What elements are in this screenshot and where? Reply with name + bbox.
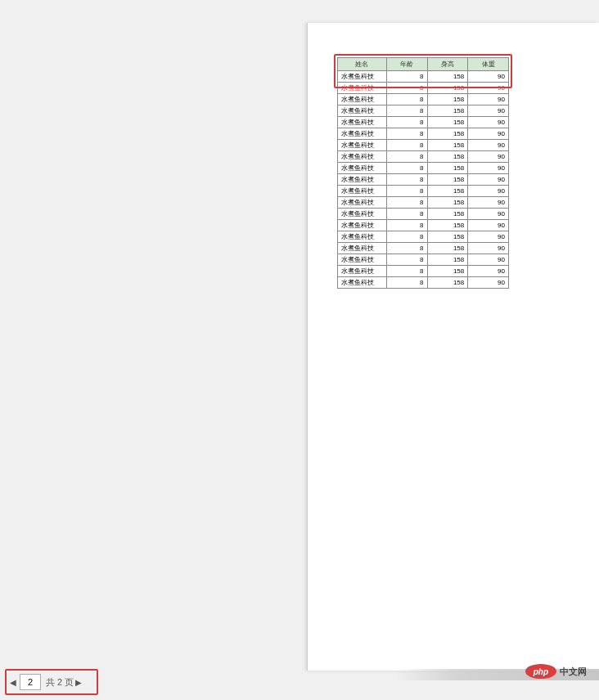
cell-weight: 90 <box>468 94 509 105</box>
cell-age: 8 <box>386 151 427 163</box>
table-row: 水煮鱼科技815890 <box>338 231 509 243</box>
cell-age: 8 <box>386 83 427 94</box>
cell-age: 8 <box>386 209 427 220</box>
page-total-label: 共 2 页 <box>46 676 74 689</box>
cell-age: 8 <box>386 266 427 277</box>
cell-age: 8 <box>386 117 427 128</box>
cell-height: 158 <box>427 220 468 231</box>
cell-name: 水煮鱼科技 <box>338 266 387 277</box>
cell-name: 水煮鱼科技 <box>338 117 387 128</box>
cell-age: 8 <box>386 186 427 197</box>
cell-weight: 90 <box>468 105 509 117</box>
cell-name: 水煮鱼科技 <box>338 209 387 220</box>
cell-age: 8 <box>386 163 427 174</box>
cell-weight: 90 <box>468 243 509 254</box>
data-table: 姓名 年龄 身高 体重 水煮鱼科技815890水煮鱼科技815890水煮鱼科技8… <box>337 57 509 289</box>
cell-name: 水煮鱼科技 <box>338 94 387 105</box>
table-row: 水煮鱼科技815890 <box>338 266 509 277</box>
cell-age: 8 <box>386 277 427 289</box>
cell-height: 158 <box>427 94 468 105</box>
cell-name: 水煮鱼科技 <box>338 83 387 94</box>
pagination-control: ◀ 共 2 页 ▶ <box>5 669 98 695</box>
cell-height: 158 <box>427 231 468 243</box>
table-row: 水煮鱼科技815890 <box>338 186 509 197</box>
table-row: 水煮鱼科技815890 <box>338 117 509 128</box>
cell-age: 8 <box>386 231 427 243</box>
cell-name: 水煮鱼科技 <box>338 151 387 163</box>
cell-weight: 90 <box>468 140 509 151</box>
table-row: 水煮鱼科技815890 <box>338 151 509 163</box>
cell-weight: 90 <box>468 231 509 243</box>
cell-weight: 90 <box>468 83 509 94</box>
cell-height: 158 <box>427 128 468 140</box>
cell-height: 158 <box>427 209 468 220</box>
cell-weight: 90 <box>468 277 509 289</box>
header-height: 身高 <box>427 58 468 71</box>
cell-weight: 90 <box>468 209 509 220</box>
cell-height: 158 <box>427 117 468 128</box>
cell-age: 8 <box>386 220 427 231</box>
cell-name: 水煮鱼科技 <box>338 174 387 186</box>
cell-height: 158 <box>427 140 468 151</box>
php-watermark-badge: php 中文网 <box>525 664 587 679</box>
cell-weight: 90 <box>468 128 509 140</box>
table-row: 水煮鱼科技815890 <box>338 105 509 117</box>
table-row: 水煮鱼科技815890 <box>338 128 509 140</box>
cell-weight: 90 <box>468 71 509 83</box>
cell-weight: 90 <box>468 197 509 209</box>
table-row: 水煮鱼科技815890 <box>338 174 509 186</box>
cell-age: 8 <box>386 243 427 254</box>
cell-weight: 90 <box>468 117 509 128</box>
php-site-label: 中文网 <box>560 666 587 678</box>
cell-name: 水煮鱼科技 <box>338 105 387 117</box>
page-number-input[interactable] <box>20 674 41 690</box>
cell-weight: 90 <box>468 163 509 174</box>
cell-weight: 90 <box>468 186 509 197</box>
cell-height: 158 <box>427 243 468 254</box>
cell-name: 水煮鱼科技 <box>338 186 387 197</box>
cell-age: 8 <box>386 128 427 140</box>
cell-height: 158 <box>427 151 468 163</box>
cell-height: 158 <box>427 186 468 197</box>
cell-age: 8 <box>386 94 427 105</box>
cell-name: 水煮鱼科技 <box>338 163 387 174</box>
cell-name: 水煮鱼科技 <box>338 71 387 83</box>
header-age: 年龄 <box>386 58 427 71</box>
cell-height: 158 <box>427 83 468 94</box>
table-row: 水煮鱼科技815890 <box>338 220 509 231</box>
cell-name: 水煮鱼科技 <box>338 220 387 231</box>
cell-name: 水煮鱼科技 <box>338 197 387 209</box>
cell-weight: 90 <box>468 151 509 163</box>
data-table-container: 姓名 年龄 身高 体重 水煮鱼科技815890水煮鱼科技815890水煮鱼科技8… <box>337 57 509 289</box>
cell-weight: 90 <box>468 254 509 266</box>
table-header-row: 姓名 年龄 身高 体重 <box>338 58 509 71</box>
cell-height: 158 <box>427 266 468 277</box>
print-preview-page: 姓名 年龄 身高 体重 水煮鱼科技815890水煮鱼科技815890水煮鱼科技8… <box>307 23 599 671</box>
header-name: 姓名 <box>338 58 387 71</box>
cell-age: 8 <box>386 140 427 151</box>
php-logo-icon: php <box>525 664 556 679</box>
cell-weight: 90 <box>468 266 509 277</box>
table-row: 水煮鱼科技815890 <box>338 71 509 83</box>
table-row: 水煮鱼科技815890 <box>338 254 509 266</box>
cell-age: 8 <box>386 105 427 117</box>
next-page-button[interactable]: ▶ <box>74 674 83 690</box>
cell-name: 水煮鱼科技 <box>338 254 387 266</box>
cell-height: 158 <box>427 254 468 266</box>
table-row: 水煮鱼科技815890 <box>338 83 509 94</box>
cell-name: 水煮鱼科技 <box>338 140 387 151</box>
table-row: 水煮鱼科技815890 <box>338 197 509 209</box>
table-row: 水煮鱼科技815890 <box>338 209 509 220</box>
prev-page-button[interactable]: ◀ <box>8 674 18 690</box>
header-weight: 体重 <box>468 58 509 71</box>
cell-height: 158 <box>427 174 468 186</box>
table-row: 水煮鱼科技815890 <box>338 277 509 289</box>
table-row: 水煮鱼科技815890 <box>338 140 509 151</box>
table-row: 水煮鱼科技815890 <box>338 243 509 254</box>
cell-weight: 90 <box>468 174 509 186</box>
cell-height: 158 <box>427 71 468 83</box>
cell-height: 158 <box>427 277 468 289</box>
cell-age: 8 <box>386 254 427 266</box>
cell-name: 水煮鱼科技 <box>338 277 387 289</box>
cell-name: 水煮鱼科技 <box>338 243 387 254</box>
